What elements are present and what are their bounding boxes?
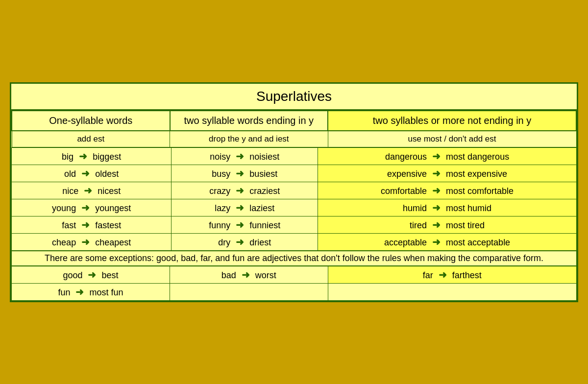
col1-cell: nice ➜ nicest (12, 182, 172, 199)
header-col2: two syllable words ending in y (170, 111, 328, 131)
col3-cell: humid ➜ most humid (318, 199, 577, 216)
header-col1: One-syllable words (12, 111, 170, 131)
arrow-icon: ➜ (81, 219, 90, 231)
superlatives-table: Superlatives One-syllable words two syll… (10, 82, 578, 302)
rule-col2: drop the y and ad iest (170, 131, 328, 147)
note-text: There are some exceptions: good, bad, fa… (12, 251, 577, 265)
rule-row: add est drop the y and ad iest use most … (12, 131, 576, 147)
col1-cell: big ➜ biggest (12, 147, 172, 165)
arrow-icon: ➜ (432, 185, 441, 196)
col3-cell: tired ➜ most tired (318, 216, 577, 233)
arrow-icon: ➜ (236, 202, 244, 214)
header-col3-merged: two syllables or more not ending in y (328, 111, 576, 131)
arrow-icon: ➜ (432, 202, 441, 214)
arrow-icon: ➜ (236, 150, 244, 162)
table-row: big ➜ biggest noisy ➜ noisiest dangerous… (12, 147, 577, 165)
col2-cell: funny ➜ funniest (172, 216, 318, 233)
arrow-icon: ➜ (84, 185, 92, 196)
arrow-icon: ➜ (81, 168, 90, 179)
arrow-icon: ➜ (236, 185, 244, 196)
exception-row: good ➜ best bad ➜ worst far ➜ farthest (12, 266, 577, 283)
arrow-icon: ➜ (236, 168, 244, 179)
col1-cell: cheap ➜ cheapest (12, 233, 172, 250)
note-row: There are some exceptions: good, bad, fa… (12, 251, 577, 265)
arrow-icon: ➜ (432, 236, 441, 248)
exc-col2-cell (170, 283, 328, 300)
arrow-icon: ➜ (236, 236, 244, 248)
table-title: Superlatives (11, 84, 577, 110)
table-row: old ➜ oldest busy ➜ busiest expensive ➜ … (12, 165, 577, 182)
arrow-icon: ➜ (81, 236, 90, 248)
exception-row: fun ➜ most fun (12, 283, 577, 300)
col2-cell: lazy ➜ laziest (172, 199, 318, 216)
exc-col2-cell: bad ➜ worst (170, 266, 328, 283)
arrow-icon: ➜ (432, 150, 441, 162)
exc-col3-cell (328, 283, 576, 300)
table-row: young ➜ youngest lazy ➜ laziest humid ➜ … (12, 199, 577, 216)
arrow-icon: ➜ (75, 286, 84, 298)
col3-cell: dangerous ➜ most dangerous (318, 147, 577, 165)
col2-cell: dry ➜ driest (172, 233, 318, 250)
arrow-icon: ➜ (439, 269, 447, 281)
rule-col3: use most / don't add est (328, 131, 576, 147)
arrow-icon: ➜ (432, 168, 441, 179)
table-row: cheap ➜ cheapest dry ➜ driest acceptable… (12, 233, 577, 250)
col2-cell: crazy ➜ craziest (172, 182, 318, 199)
col1-cell: young ➜ youngest (12, 199, 172, 216)
col1-cell: fast ➜ fastest (12, 216, 172, 233)
exc-col1-cell: good ➜ best (12, 266, 170, 283)
table-row: fast ➜ fastest funny ➜ funniest tired ➜ … (12, 216, 577, 233)
arrow-icon: ➜ (236, 219, 244, 231)
col1-cell: old ➜ oldest (12, 165, 172, 182)
rule-col1: add est (12, 131, 170, 147)
arrow-icon: ➜ (242, 269, 250, 281)
table-row: nice ➜ nicest crazy ➜ craziest comfortab… (12, 182, 577, 199)
exc-col1-cell: fun ➜ most fun (12, 283, 170, 300)
col3-cell: comfortable ➜ most comfortable (318, 182, 577, 199)
arrow-icon: ➜ (432, 219, 441, 231)
col2-cell: noisy ➜ noisiest (172, 147, 318, 165)
exc-col3-cell: far ➜ farthest (328, 266, 576, 283)
col3-cell: acceptable ➜ most acceptable (318, 233, 577, 250)
col3-cell: expensive ➜ most expensive (318, 165, 577, 182)
col2-cell: busy ➜ busiest (172, 165, 318, 182)
arrow-icon: ➜ (79, 150, 87, 162)
arrow-icon: ➜ (88, 269, 96, 281)
arrow-icon: ➜ (81, 202, 90, 214)
